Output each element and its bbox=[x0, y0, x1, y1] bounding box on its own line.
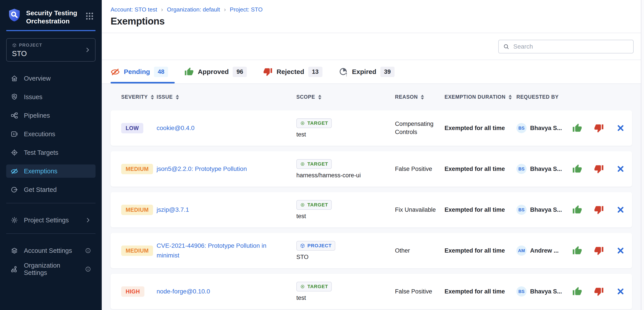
info-icon[interactable] bbox=[85, 266, 91, 272]
sidebar-item-account-settings[interactable]: Account Settings bbox=[6, 244, 96, 257]
reject-button[interactable] bbox=[594, 245, 604, 256]
cancel-button[interactable] bbox=[615, 245, 626, 256]
sidebar-item-label: Overview bbox=[24, 75, 51, 82]
scope-name: test bbox=[296, 131, 306, 138]
cancel-button[interactable] bbox=[615, 123, 626, 133]
sort-control[interactable] bbox=[509, 95, 512, 100]
approve-button[interactable] bbox=[572, 164, 582, 174]
reject-button[interactable] bbox=[594, 123, 604, 133]
info-icon[interactable] bbox=[85, 248, 91, 254]
issue-link[interactable]: json5@2.2.0: Prototype Pollution bbox=[156, 165, 264, 172]
gear-icon bbox=[10, 216, 18, 224]
app-switcher-grid-icon[interactable] bbox=[85, 11, 94, 21]
breadcrumb-separator: › bbox=[224, 6, 226, 13]
vertical-scrollbar[interactable] bbox=[641, 0, 644, 310]
scope-type-label: TARGET bbox=[308, 161, 328, 167]
x-icon bbox=[617, 288, 624, 295]
tab-count-badge: 48 bbox=[154, 67, 168, 77]
severity-cell: HIGH bbox=[121, 286, 156, 297]
breadcrumb-account-link[interactable]: Account: STO test bbox=[110, 6, 157, 13]
app-brand: Security Testing Orchestration bbox=[0, 0, 102, 25]
search-input[interactable] bbox=[513, 43, 629, 50]
scope-cell: TARGET test bbox=[296, 118, 395, 138]
exemptions-table: SEVERITY ISSUE SCOPE REASON EXEMPTION DU… bbox=[102, 84, 644, 310]
table-row[interactable]: MEDIUM json5@2.2.0: Prototype Pollution … bbox=[110, 151, 632, 187]
thumbs-up-icon bbox=[572, 164, 582, 174]
reject-button[interactable] bbox=[594, 286, 604, 297]
issue-link[interactable]: CVE-2021-44906: Prototype Pollution in m… bbox=[156, 242, 266, 259]
thumbs-up-icon bbox=[572, 287, 582, 296]
scope-type-label: PROJECT bbox=[308, 243, 332, 249]
scope-name: test bbox=[296, 295, 306, 302]
exemptions-table-body: LOW cookie@0.4.0 TARGET test Compensatin… bbox=[110, 110, 632, 309]
exemption-duration-text: Exempted for all time bbox=[444, 288, 516, 295]
approve-button[interactable] bbox=[572, 123, 582, 133]
sidebar-item-label: Issues bbox=[24, 93, 42, 101]
sidebar-item-executions[interactable]: Executions bbox=[6, 127, 96, 141]
severity-badge: MEDIUM bbox=[121, 205, 153, 215]
tab-pending[interactable]: Pending 48 bbox=[110, 67, 168, 77]
scope-name: STO bbox=[296, 254, 308, 261]
issue-link[interactable]: cookie@0.4.0 bbox=[156, 125, 212, 131]
tab-label: Rejected bbox=[276, 68, 304, 76]
reject-button[interactable] bbox=[594, 164, 604, 174]
sidebar-divider bbox=[6, 233, 96, 234]
sidebar-item-overview[interactable]: Overview bbox=[6, 72, 96, 85]
thumbs-up-icon bbox=[572, 246, 582, 256]
severity-badge: MEDIUM bbox=[121, 246, 153, 256]
tab-expired[interactable]: Expired 39 bbox=[339, 67, 394, 77]
sidebar-item-exemptions[interactable]: Exemptions bbox=[6, 164, 96, 178]
reason-text: Fix Unavailable bbox=[395, 206, 444, 214]
breadcrumb-organization-link[interactable]: Organization: default bbox=[167, 6, 220, 13]
sidebar-item-organization-settings[interactable]: Organization Settings bbox=[6, 263, 96, 276]
tab-approved[interactable]: Approved 96 bbox=[184, 67, 247, 77]
breadcrumb-project-link[interactable]: Project: STO bbox=[230, 6, 262, 13]
column-header-severity: SEVERITY bbox=[121, 94, 156, 100]
exemption-duration-text: Exempted for all time bbox=[444, 165, 516, 172]
sto-shield-logo-icon bbox=[8, 8, 21, 23]
sidebar-item-pipelines[interactable]: Pipelines bbox=[6, 109, 96, 122]
severity-cell: MEDIUM bbox=[121, 246, 156, 256]
cancel-button[interactable] bbox=[615, 204, 626, 215]
cancel-button[interactable] bbox=[615, 286, 626, 297]
reason-text: False Positive bbox=[395, 165, 444, 173]
scope-badge: TARGET bbox=[296, 118, 332, 128]
table-row[interactable]: LOW cookie@0.4.0 TARGET test Compensatin… bbox=[110, 110, 632, 146]
sort-control[interactable] bbox=[421, 95, 424, 100]
reject-button[interactable] bbox=[594, 204, 604, 215]
exemption-duration-text: Exempted for all time bbox=[444, 206, 516, 213]
layers-gear-icon bbox=[10, 247, 18, 254]
thumbs-down-icon bbox=[594, 287, 604, 296]
sort-control[interactable] bbox=[176, 95, 179, 100]
table-row[interactable]: HIGH node-forge@0.10.0 TARGET test False… bbox=[110, 274, 632, 309]
target-scope-icon bbox=[300, 161, 305, 167]
tab-rejected[interactable]: Rejected 13 bbox=[263, 67, 322, 77]
approve-button[interactable] bbox=[572, 286, 582, 297]
sidebar-item-project-settings[interactable]: Project Settings bbox=[6, 213, 96, 227]
sidebar-item-get-started[interactable]: Get Started bbox=[6, 183, 96, 196]
requested-by-cell: AM Andrew ... bbox=[516, 246, 570, 256]
sidebar-item-label: Test Targets bbox=[24, 149, 58, 156]
sidebar-item-label: Get Started bbox=[24, 186, 56, 193]
issue-link[interactable]: jszip@3.7.1 bbox=[156, 206, 207, 213]
scope-name: harness/harness-core-ui bbox=[296, 172, 361, 179]
table-row[interactable]: MEDIUM jszip@3.7.1 TARGET test Fix Unava… bbox=[110, 192, 632, 227]
sidebar-item-label: Executions bbox=[24, 131, 55, 138]
issue-link[interactable]: node-forge@0.10.0 bbox=[156, 288, 228, 295]
cancel-button[interactable] bbox=[615, 164, 626, 174]
sidebar-item-test-targets[interactable]: Test Targets bbox=[6, 146, 96, 159]
severity-cell: MEDIUM bbox=[121, 164, 156, 174]
sort-control[interactable] bbox=[151, 95, 154, 100]
sidebar: Security Testing Orchestration PROJECT S… bbox=[0, 0, 102, 310]
home-icon bbox=[10, 75, 18, 82]
requested-by-cell: BS Bhavya S... bbox=[516, 286, 570, 297]
project-selector[interactable]: PROJECT STO bbox=[6, 38, 96, 62]
table-row[interactable]: MEDIUM CVE-2021-44906: Prototype Polluti… bbox=[110, 233, 632, 268]
sort-control[interactable] bbox=[318, 95, 321, 100]
approve-button[interactable] bbox=[572, 245, 582, 256]
target-scope-icon bbox=[300, 284, 305, 289]
sidebar-item-issues[interactable]: Issues bbox=[6, 90, 96, 104]
breadcrumb-separator: › bbox=[161, 6, 164, 13]
search-box[interactable] bbox=[498, 40, 634, 53]
approve-button[interactable] bbox=[572, 204, 582, 215]
